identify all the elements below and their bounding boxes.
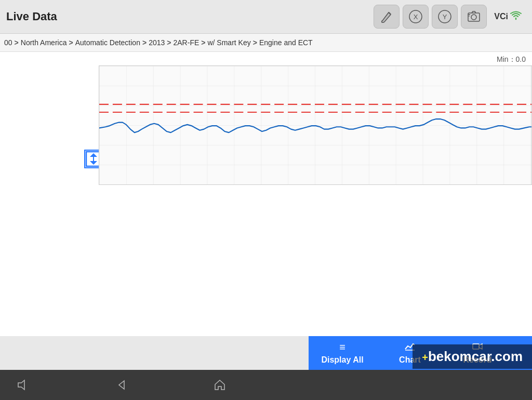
- breadcrumb-item-year: 2013: [149, 38, 165, 47]
- back-button[interactable]: [109, 375, 135, 395]
- home-button[interactable]: [207, 375, 233, 395]
- header-icons: X Y VCi: [374, 5, 526, 29]
- breadcrumb-item-key: w/ Smart Key: [207, 38, 250, 47]
- display-all-label: Display All: [321, 355, 363, 365]
- svg-marker-9: [90, 161, 97, 165]
- chart-grid: [99, 65, 532, 185]
- x-circle-icon: X: [408, 9, 423, 24]
- y-circle-icon: Y: [437, 9, 452, 24]
- content-area: [0, 185, 532, 356]
- breadcrumb-item-system: Engine and ECT: [259, 38, 313, 47]
- chart-icon: [404, 342, 416, 353]
- min-label-bar: Min：0.0: [0, 52, 532, 65]
- breadcrumb-item-0: 00: [4, 38, 12, 47]
- svg-marker-18: [215, 380, 224, 390]
- record-button[interactable]: Record: [444, 336, 511, 370]
- chart-svg: [99, 66, 531, 184]
- breadcrumb-item-auto-detect: Automatic Detection: [75, 38, 140, 47]
- page-title: Live Data: [6, 10, 57, 23]
- record-icon: [472, 342, 483, 353]
- breadcrumb-item-north-america: North America: [21, 38, 67, 47]
- svg-text:X: X: [414, 13, 418, 21]
- bottom-buttons-bar: ≡ Display All Chart Record: [0, 336, 532, 370]
- svg-point-5: [471, 15, 476, 20]
- svg-marker-15: [479, 344, 482, 349]
- svg-marker-8: [90, 153, 97, 157]
- breadcrumb-item-engine: 2AR-FE: [173, 38, 199, 47]
- svg-text:Y: Y: [443, 13, 447, 21]
- wifi-icon: [510, 11, 522, 23]
- volume-button[interactable]: [10, 375, 36, 395]
- brush-icon: [379, 9, 394, 24]
- brush-button[interactable]: [374, 5, 400, 29]
- android-nav-bar: [0, 370, 532, 400]
- display-all-icon: ≡: [339, 341, 345, 353]
- record-label: Record: [463, 355, 491, 365]
- vci-badge: VCi: [490, 9, 526, 25]
- camera-icon: [467, 9, 481, 24]
- svg-marker-16: [18, 380, 24, 390]
- y-zoom-button[interactable]: Y: [432, 5, 458, 29]
- extra-button[interactable]: [511, 336, 532, 370]
- chart-label: Chart: [399, 355, 421, 365]
- x-zoom-button[interactable]: X: [403, 5, 429, 29]
- display-all-button[interactable]: ≡ Display All: [309, 336, 376, 370]
- svg-marker-17: [119, 381, 124, 389]
- breadcrumb: 00 > North America > Automatic Detection…: [0, 34, 532, 52]
- header-bar: Live Data X Y: [0, 0, 532, 34]
- screenshot-button[interactable]: [461, 5, 487, 29]
- min-value: Min：0.0: [497, 55, 526, 64]
- chart-button[interactable]: Chart: [376, 336, 444, 370]
- svg-rect-14: [473, 344, 479, 349]
- chart-area: [0, 65, 532, 185]
- vci-label: VCi: [494, 12, 508, 21]
